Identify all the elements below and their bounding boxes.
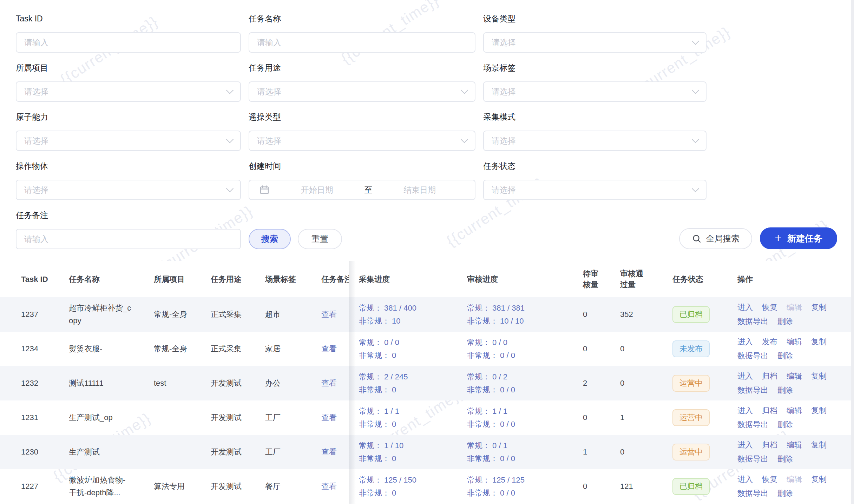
search-button[interactable]: 搜索 bbox=[249, 229, 291, 249]
cell-actions: 进入 归档 编辑 复制 数据导出 删除 bbox=[737, 405, 854, 430]
action-restore[interactable]: 恢复 bbox=[762, 474, 777, 485]
action-enter[interactable]: 进入 bbox=[737, 405, 753, 416]
action-edit: 编辑 bbox=[787, 474, 802, 485]
collect-irregular: 非常规： 0 bbox=[359, 418, 467, 431]
cell-purpose: 正式采集 bbox=[211, 343, 265, 355]
task-name-input[interactable] bbox=[257, 33, 467, 52]
action-edit[interactable]: 编辑 bbox=[787, 405, 802, 416]
cell-pending-count: 1 bbox=[576, 446, 615, 458]
view-remark-link[interactable]: 查看 bbox=[321, 447, 337, 456]
filter-label: 任务名称 bbox=[249, 13, 475, 24]
action-copy[interactable]: 复制 bbox=[811, 302, 827, 313]
action-archive[interactable]: 归档 bbox=[762, 405, 777, 416]
operation-object-select[interactable]: 请选择 bbox=[16, 180, 241, 200]
task-name-text: 生产测试 bbox=[69, 446, 133, 458]
action-copy[interactable]: 复制 bbox=[811, 405, 827, 416]
action-delete[interactable]: 删除 bbox=[777, 385, 793, 396]
action-enter[interactable]: 进入 bbox=[737, 337, 753, 347]
action-enter[interactable]: 进入 bbox=[737, 371, 753, 382]
action-export[interactable]: 数据导出 bbox=[737, 351, 768, 361]
action-archive[interactable]: 归档 bbox=[762, 371, 777, 382]
action-copy[interactable]: 复制 bbox=[811, 371, 827, 382]
action-copy[interactable]: 复制 bbox=[811, 440, 827, 450]
collect-irregular: 非常规： 0 bbox=[359, 383, 467, 396]
review-regular: 常规： 125 / 125 bbox=[467, 473, 576, 486]
collect-regular: 常规： 125 / 150 bbox=[359, 473, 467, 486]
action-edit[interactable]: 编辑 bbox=[787, 371, 802, 382]
atomic-capability-select[interactable]: 请选择 bbox=[16, 131, 241, 151]
action-delete[interactable]: 删除 bbox=[777, 454, 793, 464]
view-remark-link[interactable]: 查看 bbox=[321, 413, 337, 422]
task-status-select[interactable]: 请选择 bbox=[483, 180, 707, 200]
action-copy[interactable]: 复制 bbox=[811, 474, 827, 485]
cell-review-progress: 常规： 125 / 125 非常规： 0 / 0 bbox=[467, 473, 576, 499]
scene-tag-select[interactable]: 请选择 bbox=[483, 81, 707, 102]
action-export[interactable]: 数据导出 bbox=[737, 454, 768, 464]
action-delete[interactable]: 删除 bbox=[777, 419, 793, 430]
select-placeholder: 请选择 bbox=[24, 86, 227, 97]
action-export[interactable]: 数据导出 bbox=[737, 419, 768, 430]
col-actions: 操作 bbox=[737, 274, 854, 285]
select-placeholder: 请选择 bbox=[257, 86, 462, 97]
filter-label: 操作物体 bbox=[16, 161, 241, 171]
cell-task-id: 1232 bbox=[0, 377, 69, 390]
view-remark-link[interactable]: 查看 bbox=[321, 482, 337, 491]
start-date-placeholder[interactable]: 开始日期 bbox=[272, 185, 362, 195]
status-badge: 运营中 bbox=[672, 444, 710, 460]
collection-mode-select[interactable]: 请选择 bbox=[483, 131, 707, 151]
create-time-range-picker[interactable]: 开始日期 至 结束日期 bbox=[249, 180, 475, 200]
filter-label: 任务备注 bbox=[16, 210, 241, 220]
action-restore[interactable]: 恢复 bbox=[762, 302, 777, 313]
collect-irregular: 非常规： 0 bbox=[359, 486, 467, 499]
status-badge: 已归档 bbox=[672, 478, 710, 495]
review-irregular: 非常规： 10 / 10 bbox=[467, 314, 576, 327]
action-enter[interactable]: 进入 bbox=[737, 474, 753, 485]
cell-scene-tag: 餐厅 bbox=[265, 480, 321, 493]
new-task-button[interactable]: + 新建任务 bbox=[760, 227, 837, 249]
cell-remark: 查看 bbox=[321, 411, 349, 424]
action-delete[interactable]: 删除 bbox=[777, 488, 793, 499]
action-archive[interactable]: 归档 bbox=[762, 440, 777, 450]
filter-atomic-capability: 原子能力 请选择 bbox=[16, 112, 241, 151]
view-remark-link[interactable]: 查看 bbox=[321, 310, 337, 319]
project-select[interactable]: 请选择 bbox=[16, 81, 241, 102]
task-management-page: {{current_time}} {{current_time}} {{curr… bbox=[0, 0, 854, 504]
cell-task-name: 微波炉加热食物-干扰-depth降... bbox=[69, 474, 154, 499]
cell-pending-count: 0 bbox=[576, 343, 615, 355]
action-enter[interactable]: 进入 bbox=[737, 302, 753, 313]
col-collect-progress: 采集进度 bbox=[349, 274, 467, 285]
page-scrollbar[interactable] bbox=[851, 0, 854, 504]
filter-operation-object: 操作物体 请选择 bbox=[16, 161, 241, 200]
action-edit[interactable]: 编辑 bbox=[787, 337, 802, 347]
task-remark-input[interactable] bbox=[24, 230, 232, 248]
cell-status: 运营中 bbox=[672, 375, 737, 392]
collect-regular: 常规： 1 / 1 bbox=[359, 405, 467, 418]
action-delete[interactable]: 删除 bbox=[777, 316, 793, 327]
action-export[interactable]: 数据导出 bbox=[737, 316, 768, 327]
global-search-button[interactable]: 全局搜索 bbox=[679, 228, 752, 249]
action-delete[interactable]: 删除 bbox=[777, 351, 793, 361]
end-date-placeholder[interactable]: 结束日期 bbox=[375, 185, 465, 195]
action-copy[interactable]: 复制 bbox=[811, 337, 827, 347]
view-remark-link[interactable]: 查看 bbox=[321, 344, 337, 353]
teleop-type-select[interactable]: 请选择 bbox=[249, 131, 475, 151]
action-export[interactable]: 数据导出 bbox=[737, 385, 768, 396]
task-purpose-select[interactable]: 请选择 bbox=[249, 81, 475, 102]
collect-irregular: 非常规： 10 bbox=[359, 314, 467, 327]
cell-collect-progress: 常规： 1 / 1 非常规： 0 bbox=[349, 405, 467, 431]
action-export[interactable]: 数据导出 bbox=[737, 488, 768, 499]
action-edit[interactable]: 编辑 bbox=[787, 440, 802, 450]
task-id-input[interactable] bbox=[24, 33, 232, 52]
view-remark-link[interactable]: 查看 bbox=[321, 379, 337, 387]
device-type-select[interactable]: 请选择 bbox=[483, 32, 707, 53]
filter-project: 所属项目 请选择 bbox=[16, 62, 241, 102]
cell-review-progress: 常规： 0 / 0 非常规： 0 / 0 bbox=[467, 336, 576, 362]
cell-task-name: 生产测试_op bbox=[69, 411, 154, 424]
cell-approved-count: 0 bbox=[615, 446, 672, 458]
action-publish[interactable]: 发布 bbox=[762, 337, 777, 347]
action-enter[interactable]: 进入 bbox=[737, 440, 753, 450]
cell-pending-count: 2 bbox=[576, 377, 615, 390]
cell-actions: 进入 发布 编辑 复制 数据导出 删除 bbox=[737, 337, 854, 361]
reset-button[interactable]: 重置 bbox=[298, 229, 342, 249]
calendar-icon bbox=[259, 185, 270, 195]
